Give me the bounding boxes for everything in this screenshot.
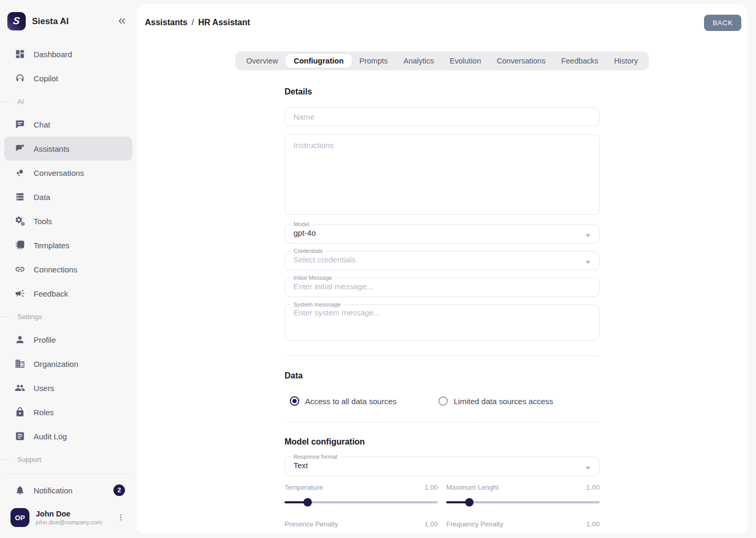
slider-label: Temperature — [285, 483, 323, 492]
radio-selected-icon[interactable] — [290, 396, 299, 406]
profile-icon — [15, 334, 25, 345]
user-row[interactable]: OP John Doe john.doe@company.com — [4, 503, 132, 532]
roles-icon — [15, 407, 25, 417]
sidebar-item-label: Tools — [34, 217, 52, 226]
connections-icon — [15, 264, 25, 275]
slider-thumb[interactable] — [465, 498, 474, 507]
tab-feedbacks[interactable]: Feedbacks — [553, 54, 606, 68]
tab-bar: OverviewConfiugrationPromptsAnalyticsEvo… — [235, 51, 649, 70]
sidebar: S Siesta AI DashboardCopilotAIChatAssist… — [0, 0, 136, 538]
sidebar-item-notification[interactable]: Notification 2 — [4, 478, 132, 502]
sidebar-section-ai: AI — [0, 90, 136, 112]
radio-option-0[interactable]: Access to all data sources — [290, 396, 396, 406]
slider-thumb[interactable] — [303, 498, 312, 507]
response-format-label: Response format — [291, 453, 340, 460]
sidebar-item-label: Assistants — [34, 144, 69, 153]
sidebar-collapse-icon[interactable] — [114, 14, 129, 28]
tools-icon — [15, 216, 25, 226]
sidebar-item-audit-log[interactable]: Audit Log — [4, 424, 132, 448]
radio-unselected-icon[interactable] — [438, 396, 448, 406]
tab-conversations[interactable]: Conversations — [489, 54, 553, 68]
breadcrumb-separator: / — [192, 18, 194, 27]
sidebar-header: S Siesta AI — [0, 0, 136, 42]
slider-frequency-penalty: Frequency Penalty1.00 — [446, 520, 600, 534]
configuration-form: Details Model Credentials Initial Messag… — [285, 87, 600, 534]
slider-track[interactable] — [285, 498, 438, 507]
instructions-input[interactable] — [285, 134, 600, 215]
sidebar-item-chat[interactable]: Chat — [4, 112, 132, 136]
breadcrumb-parent[interactable]: Assistants — [145, 18, 187, 27]
tab-confiugration[interactable]: Confiugration — [286, 54, 351, 68]
sidebar-item-label: Chat — [34, 120, 50, 129]
response-format-select[interactable]: Response format — [285, 453, 600, 476]
tab-prompts[interactable]: Prompts — [352, 54, 396, 68]
slider-label: Maximum Lenght — [446, 483, 499, 492]
slider-value: 1.00 — [425, 483, 438, 492]
notification-badge: 2 — [113, 484, 125, 496]
sidebar-item-label: Connections — [34, 265, 77, 274]
initial-message-input[interactable] — [285, 281, 599, 293]
sidebar-item-dashboard[interactable]: Dashboard — [4, 42, 132, 66]
model-select[interactable]: Model — [285, 221, 600, 244]
name-input[interactable] — [285, 107, 600, 126]
sidebar-item-conversations[interactable]: Conversations — [4, 161, 132, 185]
main-panel: Assistants/HR Assistant BACK OverviewCon… — [136, 4, 748, 534]
feedback-icon — [15, 288, 25, 299]
initial-message-field[interactable]: Initial Message — [285, 275, 600, 297]
response-format-value[interactable] — [285, 460, 599, 472]
slider-maximum-lenght: Maximum Lenght1.00 — [446, 483, 600, 507]
initial-message-label: Initial Message — [291, 275, 334, 281]
details-heading: Details — [285, 87, 600, 97]
radio-label: Limited data sources access — [454, 397, 553, 406]
section-divider — [285, 355, 600, 356]
chevron-down-icon — [585, 234, 591, 237]
model-value[interactable] — [285, 227, 599, 240]
slider-label: Frequency Penalty — [446, 520, 503, 529]
sidebar-item-feedback[interactable]: Feedback — [4, 281, 132, 305]
back-button[interactable]: BACK — [704, 15, 741, 31]
sidebar-item-label: Conversations — [34, 168, 84, 177]
sidebar-item-label: Users — [34, 384, 54, 393]
sidebar-item-roles[interactable]: Roles — [4, 400, 132, 424]
radio-option-1[interactable]: Limited data sources access — [438, 396, 553, 406]
sidebar-item-connections[interactable]: Connections — [4, 257, 132, 281]
notification-label: Notification — [34, 486, 113, 495]
brand-name: Siesta AI — [32, 16, 114, 26]
user-menu-kebab-icon[interactable] — [114, 511, 127, 524]
system-message-field[interactable]: System messsage — [285, 301, 600, 341]
organization-icon — [15, 358, 25, 369]
model-label: Model — [291, 221, 312, 227]
sidebar-item-label: Audit Log — [34, 432, 67, 441]
tab-history[interactable]: History — [606, 54, 646, 68]
dashboard-icon — [15, 49, 25, 59]
tab-overview[interactable]: Overview — [238, 54, 286, 68]
sidebar-divider — [6, 473, 130, 474]
sidebar-item-label: Templates — [34, 241, 69, 250]
sidebar-item-profile[interactable]: Profile — [4, 328, 132, 352]
slider-value: 1.00 — [586, 483, 600, 492]
sidebar-bottom: Notification 2 OP John Doe john.doe@comp… — [0, 473, 136, 538]
system-message-input[interactable] — [285, 308, 599, 335]
bell-icon — [15, 485, 25, 495]
slider-value: 1.00 — [425, 520, 438, 529]
slider-track[interactable] — [446, 498, 600, 507]
chevron-down-icon — [585, 261, 591, 264]
breadcrumb: Assistants/HR Assistant — [145, 15, 250, 30]
sidebar-item-copilot[interactable]: Copilot — [4, 66, 132, 90]
credentials-select[interactable]: Credentials — [285, 248, 600, 270]
sidebar-item-label: Roles — [34, 408, 54, 417]
slider-grid: Temperature1.00Maximum Lenght1.00Presenc… — [285, 483, 600, 534]
sidebar-item-users[interactable]: Users — [4, 376, 132, 400]
sidebar-item-label: Feedback — [34, 289, 68, 298]
credentials-value[interactable] — [285, 254, 599, 267]
sidebar-item-tools[interactable]: Tools — [4, 209, 132, 233]
sidebar-item-templates[interactable]: Templates — [4, 233, 132, 257]
sidebar-item-organization[interactable]: Organization — [4, 352, 132, 376]
tab-analytics[interactable]: Analytics — [396, 54, 442, 68]
data-icon — [15, 192, 25, 202]
sidebar-item-data[interactable]: Data — [4, 185, 132, 209]
sidebar-item-label: Data — [34, 193, 50, 202]
data-access-options: Access to all data sourcesLimited data s… — [285, 395, 600, 407]
tab-evolution[interactable]: Evolution — [442, 54, 489, 68]
sidebar-item-assistants[interactable]: Assistants — [4, 136, 132, 161]
